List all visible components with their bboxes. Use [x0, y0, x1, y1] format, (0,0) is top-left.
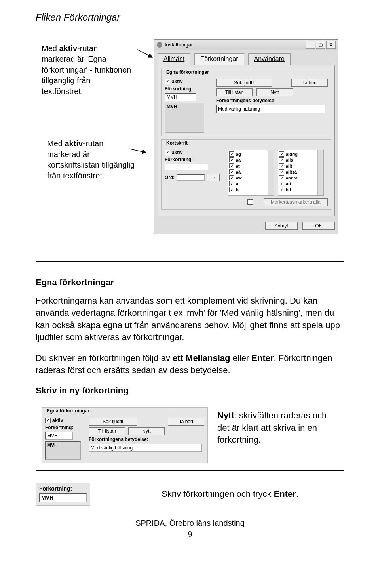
- checklist-item[interactable]: ✓andra: [279, 175, 323, 181]
- ord-input[interactable]: [177, 174, 205, 181]
- settings-dialog: Inställningar _ ▢ X Allmänt Förkortninga…: [154, 39, 338, 234]
- group1-legend-2: Egna förkortningar: [45, 408, 91, 414]
- nytt-button-2[interactable]: Nytt: [128, 427, 165, 435]
- checklist-item[interactable]: ✓b: [229, 187, 273, 193]
- checklist-item[interactable]: ✓bli: [279, 187, 323, 193]
- checklist-item[interactable]: ✓at: [229, 163, 273, 169]
- nytt-explainer-span: Nytt: skrivfälten raderas och det är kla…: [217, 410, 327, 445]
- skriv-in-heading: Skriv in ny förkortning: [36, 386, 344, 396]
- callout-text-2-span: Med aktiv-rutan markerad är kortskriftsl…: [47, 139, 135, 180]
- maximize-button[interactable]: ▢: [316, 41, 325, 49]
- betydelse-label-2: Förkortningens betydelse:: [89, 437, 204, 442]
- arrow-icon: [128, 141, 148, 157]
- paragraph-2: Du skriver en förkortningen följd av ett…: [36, 352, 344, 377]
- markera-alla-button[interactable]: Markera/avmarkera alla: [264, 198, 328, 206]
- group2-legend: Kortskrift: [165, 140, 189, 146]
- app-icon: [157, 42, 162, 48]
- betydelse-label: Förkortningens betydelse:: [216, 98, 328, 103]
- checklist-item[interactable]: ✓aw: [229, 175, 273, 181]
- group-kortskrift: Kortskrift ✓aktiv Förkortning: Ord: [161, 139, 331, 210]
- ta-bort-button-2[interactable]: Ta bort: [168, 418, 204, 426]
- arrow-button[interactable]: →: [207, 174, 220, 181]
- window-titlebar: Inställningar _ ▢ X: [154, 40, 338, 50]
- forkortning-listbox-2[interactable]: MVH: [45, 441, 81, 460]
- tab-forkortningar[interactable]: Förkortningar: [194, 53, 244, 65]
- window-title: Inställningar: [165, 42, 305, 48]
- svg-line-1: [129, 149, 146, 153]
- checklist-item[interactable]: ✓aa: [229, 157, 273, 163]
- scrollbar[interactable]: [268, 150, 274, 195]
- kortskrift-list-b[interactable]: ✓aldrig✓alla✓allt✓alltså✓andra✓att✓bli: [278, 150, 324, 196]
- betydelse-input-2[interactable]: Med vänlig hälsning: [89, 444, 202, 452]
- aktiv-checkbox-egna-2[interactable]: ✓aktiv: [45, 418, 85, 423]
- checklist-item[interactable]: ✓alltså: [279, 169, 323, 175]
- sok-ljudfil-button[interactable]: Sök ljudfil: [216, 79, 272, 87]
- forkortning-fragment: Förkortning: MVH: [36, 483, 90, 506]
- forkortning-listbox[interactable]: MVH: [165, 103, 204, 133]
- checklist-item[interactable]: ✓att: [279, 181, 323, 187]
- forkortning-input[interactable]: MVH: [165, 93, 196, 101]
- forkortning-input-3[interactable]: MVH: [45, 432, 73, 440]
- nytt-figure: Egna förkortningar ✓aktiv Förkortning: M…: [36, 403, 344, 471]
- nytt-explainer: Nytt: skrivfälten raderas och det är kla…: [217, 407, 338, 446]
- checklist-item[interactable]: ✓aldrig: [279, 151, 323, 157]
- section-title: Egna förkortningar: [36, 277, 344, 288]
- callout-text-2: Med aktiv-rutan markerad är kortskriftsl…: [42, 134, 142, 185]
- checklist-item[interactable]: ✓allt: [279, 163, 323, 169]
- svg-line-0: [137, 50, 152, 57]
- paragraph-2-span: Du skriver en förkortningen följd av ett…: [36, 353, 332, 375]
- arrow-icon: [137, 39, 154, 63]
- page-footer: SPRIDA, Örebro läns landsting 9: [36, 517, 344, 540]
- fragment-input[interactable]: MVH: [39, 493, 87, 502]
- paragraph-1: Förkortningarna kan användas som ett kom…: [36, 295, 344, 344]
- group1-legend: Egna förkortningar: [165, 69, 211, 75]
- group-egna-forkortningar: Egna förkortningar ✓aktiv Förkortning: M…: [161, 69, 331, 136]
- ord-label: Ord:: [165, 175, 175, 180]
- till-listan-button[interactable]: Till listan: [216, 88, 253, 96]
- nytt-button[interactable]: Nytt: [256, 88, 293, 96]
- avbryt-button[interactable]: Avbryt: [265, 222, 298, 230]
- fragment-label: Förkortning:: [39, 485, 87, 492]
- sok-ljudfil-button-2[interactable]: Sök ljudfil: [89, 418, 137, 426]
- select-all-checkbox[interactable]: [247, 199, 253, 205]
- close-button[interactable]: X: [326, 41, 336, 49]
- betydelse-input[interactable]: Med vänlig hälsning: [216, 105, 325, 113]
- ta-bort-button[interactable]: Ta bort: [291, 79, 328, 87]
- scrollbar[interactable]: [317, 150, 323, 195]
- minimize-button[interactable]: _: [306, 41, 315, 49]
- fragment-text: Skriv förkortningen och tryck Enter.: [162, 489, 344, 499]
- callout-figure: Med aktiv-rutan markerad är 'Egna förkor…: [36, 39, 344, 262]
- forkortning-label-3: Förkortning:: [45, 425, 85, 430]
- checklist-item[interactable]: ✓aå: [229, 169, 273, 175]
- page-title: Fliken Förkortningar: [36, 12, 344, 23]
- ok-button[interactable]: OK: [302, 222, 335, 230]
- forkortning-input-2[interactable]: [165, 164, 208, 170]
- kortskrift-list-a[interactable]: ✓ag✓aa✓at✓aå✓aw✓a✓b: [228, 150, 274, 196]
- callout-text-1-span: Med aktiv-rutan markerad är 'Egna förkor…: [42, 44, 131, 95]
- aktiv-checkbox-egna[interactable]: ✓aktiv: [165, 79, 212, 84]
- forkortning-label-2: Förkortning:: [165, 157, 224, 162]
- fragment-text-span: Skriv förkortningen och tryck Enter.: [162, 489, 298, 499]
- till-listan-button-2[interactable]: Till listan: [89, 427, 125, 435]
- aktiv-checkbox-kortskrift[interactable]: ✓aktiv: [165, 150, 224, 155]
- callout-text-1: Med aktiv-rutan markerad är 'Egna förkor…: [36, 39, 137, 101]
- checklist-item[interactable]: ✓a: [229, 181, 273, 187]
- checklist-item[interactable]: ✓alla: [279, 157, 323, 163]
- forkortning-label: Förkortning:: [165, 86, 212, 92]
- egna-forkortningar-panel-2: Egna förkortningar ✓aktiv Förkortning: M…: [42, 407, 208, 463]
- checklist-item[interactable]: ✓ag: [229, 151, 273, 157]
- tab-anvandare[interactable]: Användare: [248, 53, 291, 65]
- tab-allmant[interactable]: Allmänt: [158, 53, 190, 65]
